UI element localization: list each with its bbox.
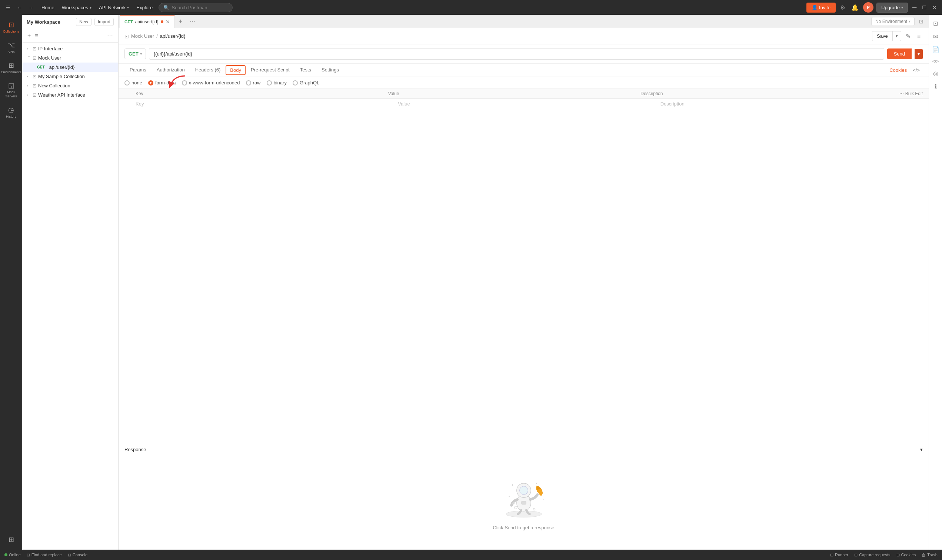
capture-icon: ⊡ [854,552,857,557]
row-key-input [136,101,398,106]
tree-item-ip-interface[interactable]: › ⊡ IP Interface [22,44,118,53]
back-button[interactable]: ← [15,3,24,12]
cookies-link[interactable]: Cookies [890,65,907,76]
env-chevron: ▾ [909,19,911,23]
tree-item-weather-api[interactable]: › ⊡ Weather API Interface [22,90,118,100]
add-collection-button[interactable]: + [27,32,31,40]
find-api-btn[interactable]: ◎ [931,68,940,79]
sidebar-item-environments[interactable]: ⊞ Environments [2,58,21,77]
collection-tree: › ⊡ IP Interface › ⊡ Mock User GET api/u… [22,43,118,550]
body-option-x-www[interactable]: x-www-form-urlencoded [182,80,240,86]
tree-item-mock-user[interactable]: › ⊡ Mock User [22,53,118,63]
notifications-button[interactable]: 🔔 [850,3,860,12]
sidebar-item-apis[interactable]: ⌥ APIs [2,38,21,57]
collection-panel: My Workspace New Import + ≡ ⋯ › ⊡ IP Int… [22,15,119,550]
docs-button[interactable]: ≡ [915,31,923,41]
body-option-graphql[interactable]: GraphQL [293,80,319,86]
tree-item-my-sample[interactable]: › ⊡ My Sample Collection [22,72,118,81]
add-tab-button[interactable]: + [175,15,187,28]
req-tab-body[interactable]: Body [226,65,245,75]
more-options-button[interactable]: ⋯ [106,31,114,40]
save-dropdown-button[interactable]: ▾ [893,31,901,41]
code-icon[interactable]: </> [910,65,923,76]
maximize-button[interactable]: □ [921,3,928,12]
runner-button[interactable]: ⊡ Runner [830,552,848,557]
tab-close-button[interactable]: ✕ [166,19,170,25]
response-empty: Click Send to get a response [125,452,923,545]
sidebar-item-mock-servers[interactable]: ◱ Mock Servers [2,78,21,102]
send-button[interactable]: Send [887,48,912,59]
capture-requests-button[interactable]: ⊡ Capture requests [854,552,890,557]
svg-point-12 [543,499,543,500]
workspaces-nav[interactable]: Workspaces ▾ [59,3,94,12]
req-tab-settings[interactable]: Settings [316,64,344,76]
minimize-button[interactable]: ─ [911,3,918,12]
desc-input[interactable] [660,101,723,106]
api-network-nav[interactable]: API Network ▾ [96,3,132,12]
environment-selector[interactable]: No Environment ▾ [871,17,914,26]
new-button[interactable]: New [76,18,91,26]
online-status[interactable]: Online [5,552,21,557]
key-input[interactable] [136,101,198,106]
eye-button[interactable]: ⊡ [917,17,925,26]
method-selector[interactable]: GET ▾ [125,48,146,59]
sidebar-item-history[interactable]: ◷ History [2,103,21,122]
send-dropdown-button[interactable]: ▾ [914,49,923,59]
breadcrumb-collection-icon: ⊡ [125,33,129,39]
tree-item-new-collection[interactable]: › ⊡ New Collection [22,81,118,90]
top-bar-left: ☰ ← → [4,3,35,12]
forward-button[interactable]: → [26,3,35,12]
code-panel-btn[interactable]: </> [930,57,941,66]
body-option-binary[interactable]: binary [267,80,287,86]
breadcrumb-current: api/user/{id} [160,33,186,39]
save-button[interactable]: Save [873,31,893,41]
svg-point-1 [506,511,541,517]
close-button[interactable]: ✕ [931,3,938,12]
url-bar: GET ▾ Send ▾ [119,45,929,64]
sidebar-item-collections[interactable]: ⊡ Collections [2,18,21,37]
req-tab-headers[interactable]: Headers (6) [190,64,226,76]
radio-graphql [293,80,298,86]
history-icon: ◷ [8,106,14,114]
console-button[interactable]: ⊡ Console [68,552,88,557]
sidebar-item-extensions[interactable]: ⊞ [2,532,21,547]
cookies-button[interactable]: ⊡ Cookies [896,552,916,557]
explore-nav[interactable]: Explore [133,3,156,12]
tab-unsaved-dot [161,20,163,23]
req-tab-tests[interactable]: Tests [295,64,316,76]
avatar[interactable]: P [863,2,873,12]
invite-button[interactable]: 👤 Invite [806,3,836,12]
req-tab-pre-request[interactable]: Pre-request Script [245,64,295,76]
response-header[interactable]: Response ▾ [125,447,923,452]
panel-actions: + ≡ ⋯ [22,29,118,43]
sort-button[interactable]: ≡ [34,32,39,40]
docs-panel-btn[interactable]: 📄 [930,44,942,55]
url-input[interactable] [149,48,884,60]
info-btn[interactable]: ℹ [932,81,939,92]
req-tab-right: Cookies </> [890,65,923,76]
tab-get-api-user[interactable]: GET api/user/{id} ✕ [120,15,175,28]
home-nav[interactable]: Home [39,3,57,12]
trash-button[interactable]: 🗑 Trash [922,552,937,557]
tree-item-get-api-user[interactable]: GET api/user/{id} [22,63,118,72]
top-bar: ☰ ← → Home Workspaces ▾ API Network ▾ Ex… [0,0,942,15]
more-tabs-button[interactable]: ⋯ [187,18,198,25]
search-icon: 🔍 [163,5,169,10]
settings-button[interactable]: ⚙ [839,3,847,12]
menu-button[interactable]: ☰ [4,3,12,12]
upgrade-chevron: ▾ [901,6,903,10]
value-input[interactable] [398,101,460,106]
req-tab-params[interactable]: Params [125,64,151,76]
comment-btn[interactable]: ✉ [931,31,940,42]
breadcrumb-bar: ⊡ Mock User / api/user/{id} Save ▾ ✎ ≡ [119,28,929,45]
edit-button[interactable]: ✎ [903,31,913,41]
body-option-none[interactable]: none [125,80,142,86]
import-button[interactable]: Import [94,18,114,26]
body-option-raw[interactable]: raw [246,80,261,86]
search-bar[interactable]: 🔍 [159,3,233,12]
search-input[interactable] [171,5,224,10]
icon-sidebar: ⊡ Collections ⌥ APIs ⊞ Environments ◱ Mo… [0,15,22,550]
find-replace-button[interactable]: ⊡ Find and replace [27,552,62,557]
upgrade-button[interactable]: Upgrade ▾ [876,3,908,12]
save-response-btn[interactable]: ⊡ [931,18,940,29]
